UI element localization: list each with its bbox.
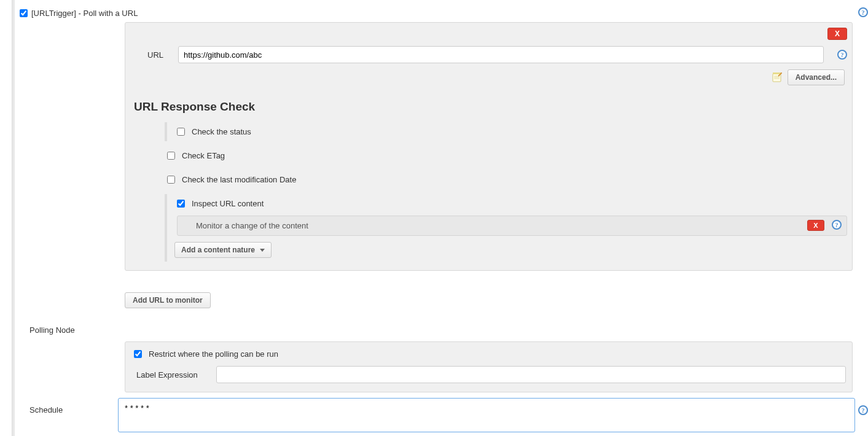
add-content-nature-dropdown[interactable]: Add a content nature <box>174 242 272 258</box>
check-lastmod-checkbox[interactable] <box>167 176 175 184</box>
label-expression-input[interactable] <box>216 366 846 383</box>
monitor-content-panel: Monitor a change of the content X ? <box>177 216 847 236</box>
delete-button[interactable]: X <box>807 220 824 231</box>
restrict-polling-checkbox[interactable] <box>134 350 142 358</box>
inspect-content-label: Inspect URL content <box>192 199 264 208</box>
add-content-nature-label: Add a content nature <box>181 246 255 254</box>
help-icon[interactable]: ? <box>832 220 842 230</box>
url-input[interactable] <box>178 46 824 63</box>
drag-handle[interactable] <box>12 0 15 436</box>
inspect-content-checkbox[interactable] <box>177 200 185 208</box>
check-etag-checkbox[interactable] <box>167 152 175 160</box>
url-label: URL <box>147 50 172 60</box>
monitor-content-text: Monitor a change of the content <box>196 221 308 230</box>
polling-node-panel: Restrict where the polling can be run La… <box>125 341 853 392</box>
urltrigger-checkbox[interactable] <box>20 9 28 17</box>
check-status-checkbox[interactable] <box>177 128 185 136</box>
check-etag-label: Check ETag <box>182 151 225 160</box>
urltrigger-label: [URLTrigger] - Poll with a URL <box>31 9 138 18</box>
url-config-panel: X URL ? Advanced... URL Response Check <box>125 22 853 271</box>
schedule-label: Schedule <box>29 405 63 415</box>
schedule-textarea[interactable] <box>118 398 855 432</box>
help-icon[interactable]: ? <box>858 405 868 415</box>
delete-button[interactable]: X <box>827 28 847 40</box>
notepad-icon <box>772 72 783 83</box>
label-expression-label: Label Expression <box>136 370 210 380</box>
polling-node-label: Polling Node <box>29 325 75 335</box>
check-lastmod-label: Check the last modification Date <box>182 175 296 184</box>
help-icon[interactable]: ? <box>858 7 868 17</box>
response-check-title: URL Response Check <box>134 100 847 114</box>
chevron-down-icon <box>260 249 265 252</box>
help-icon[interactable]: ? <box>837 50 847 60</box>
advanced-button[interactable]: Advanced... <box>788 69 845 85</box>
restrict-polling-label: Restrict where the polling can be run <box>149 349 278 359</box>
add-url-button[interactable]: Add URL to monitor <box>125 292 211 308</box>
svg-rect-1 <box>773 72 781 74</box>
check-status-label: Check the status <box>192 127 251 136</box>
